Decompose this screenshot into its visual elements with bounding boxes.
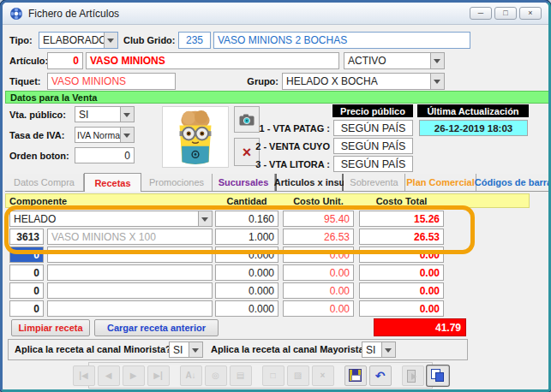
maximize-button[interactable]: □ — [494, 7, 517, 20]
tab-codigos-de-barra[interactable]: Códigos de barra — [476, 174, 551, 191]
window-controls: ─ □ × — [470, 7, 542, 20]
undo-arrow-icon: ↶ — [375, 369, 386, 383]
next-record-button[interactable]: ▶ — [123, 365, 145, 386]
grupo-dropdown[interactable]: HELADO X BOCHA — [282, 73, 445, 90]
component-code-input[interactable]: 3613 — [9, 229, 44, 245]
first-record-icon: |◀ — [79, 371, 88, 380]
tab-datos-compra[interactable]: Datos Compra — [5, 174, 84, 191]
tab-label: Articulos x insu — [274, 177, 345, 187]
tiquet-label: Tiquet: — [9, 76, 40, 86]
total-cost-field: 0.00 — [359, 282, 444, 299]
component-desc-input[interactable]: VASO MINIONS X 100 — [47, 229, 213, 245]
minorista-dropdown[interactable]: SI — [169, 342, 203, 358]
close-button[interactable]: × — [519, 7, 542, 20]
quantity-input[interactable]: 0.000 — [215, 282, 278, 299]
edit-record-button[interactable]: ▨ — [287, 365, 309, 386]
total-cost-field: 26.53 — [359, 229, 444, 245]
copy-article-icon — [431, 369, 444, 382]
component-desc-input[interactable] — [47, 246, 213, 263]
tipo-dropdown[interactable]: ELABORADO — [39, 32, 118, 49]
previous-record-icon: ◀ — [105, 371, 112, 380]
print-button[interactable]: ▤ — [230, 365, 252, 386]
club-grido-code-field[interactable]: 235 — [178, 32, 211, 49]
tab-plan-comercial[interactable]: Plan Comercial — [405, 174, 476, 191]
orden-boton-label: Orden boton: — [9, 151, 69, 161]
articulo-name-field[interactable]: VASO MINIONS — [86, 52, 339, 69]
mayorista-value: SI — [366, 344, 375, 356]
component-code-input[interactable]: 0 — [9, 282, 44, 299]
price-value-field[interactable]: SEGÚN PAÍS — [333, 156, 413, 172]
component-code-input[interactable]: 0 — [9, 264, 44, 281]
window-title: Fichero de Artículos — [28, 8, 119, 20]
quantity-input[interactable]: 0.000 — [215, 264, 278, 281]
search-button[interactable]: ◎ — [205, 365, 227, 386]
floppy-disk-icon — [349, 369, 362, 382]
tab-sucursales[interactable]: Sucursales — [213, 174, 275, 191]
cargar-receta-anterior-button[interactable]: Cargar receta anterior — [94, 319, 219, 336]
tipo-label: Tipo: — [9, 35, 33, 45]
undo-button[interactable]: ↶ — [369, 365, 392, 386]
venta-section-header: Datos para la Venta — [5, 91, 551, 104]
printer-icon: ▤ — [237, 371, 244, 380]
unit-cost-field[interactable]: 95.40 — [283, 211, 354, 227]
col-componente: Componente — [9, 196, 67, 206]
club-grido-label: Club Grido: — [123, 35, 176, 45]
component-desc-input[interactable] — [47, 264, 213, 281]
save-button[interactable] — [344, 365, 367, 386]
quantity-input[interactable]: 0.160 — [215, 211, 278, 227]
mayorista-dropdown[interactable]: SI — [362, 342, 396, 358]
tab-promociones[interactable]: Promociones — [141, 174, 213, 191]
copy-article-button[interactable] — [427, 365, 449, 386]
product-image — [162, 106, 229, 168]
ultima-actualizacion-value: 26-12-2019 18:03 — [419, 120, 528, 136]
vta-publico-dropdown[interactable]: SI — [75, 106, 135, 122]
quantity-input[interactable]: 1.000 — [215, 229, 278, 245]
tab-label: Promociones — [149, 177, 204, 187]
price-value-field[interactable]: SEGÚN PAÍS — [333, 120, 413, 136]
quantity-input[interactable]: 0.000 — [215, 246, 278, 263]
tab-recetas[interactable]: Recetas — [84, 173, 141, 192]
tasa-iva-label: Tasa de IVA: — [9, 130, 64, 140]
unit-cost-field[interactable]: 0.00 — [283, 300, 354, 317]
tab-sobreventa[interactable]: Sobreventa — [344, 174, 405, 191]
club-grido-name-field[interactable]: VASO MINIONS 2 BOCHAS — [213, 32, 470, 49]
toolbar: |◀◀▶▶|A↓◎▤□▨×↶ — [88, 362, 433, 389]
col-cantidad: Cantidad — [215, 196, 278, 206]
unit-cost-field[interactable]: 26.53 — [283, 229, 354, 245]
limpiar-receta-button[interactable]: Limpiar receta — [11, 319, 90, 336]
next-record-icon: ▶ — [130, 371, 137, 380]
new-record-button[interactable]: □ — [262, 365, 284, 386]
col-costo-unit: Costo Unit. — [283, 196, 354, 206]
tipo-value: ELABORADO — [43, 34, 107, 46]
component-desc-input[interactable] — [47, 282, 213, 299]
tab-articulos-x-insu[interactable]: Articulos x insu — [275, 174, 344, 191]
previous-record-button[interactable]: ◀ — [98, 365, 120, 386]
minorista-label: Aplica la receta al canal Minorista? — [15, 344, 171, 354]
edit-pad-icon: ▨ — [294, 371, 302, 380]
price-row-label: 2 - VENTA CUYO — [247, 141, 330, 151]
orden-boton-field[interactable]: 0 — [75, 147, 135, 163]
last-record-button[interactable]: ▶| — [147, 365, 170, 386]
first-record-button[interactable]: |◀ — [73, 365, 95, 386]
unit-cost-field[interactable]: 0.00 — [283, 282, 354, 299]
delete-record-button[interactable]: × — [312, 365, 334, 386]
component-code-input[interactable]: 0 — [9, 246, 44, 263]
estado-dropdown[interactable]: ACTIVO — [344, 52, 445, 69]
exit-button[interactable] — [402, 365, 424, 386]
tiquet-field[interactable]: VASO MINIONS — [47, 73, 176, 90]
component-desc-input[interactable] — [47, 300, 213, 317]
tasa-iva-dropdown[interactable]: IVA Normal — [75, 127, 135, 143]
close-icon: × — [528, 9, 532, 17]
component-code-input[interactable]: 0 — [9, 300, 44, 317]
sort-button[interactable]: A↓ — [180, 365, 202, 386]
articulo-code-field[interactable]: 0 — [47, 52, 83, 69]
tab-label: Datos Compra — [14, 177, 75, 187]
component-dropdown[interactable]: HELADO — [9, 211, 213, 227]
unit-cost-field[interactable]: 0.00 — [283, 246, 354, 263]
unit-cost-field[interactable]: 0.00 — [283, 264, 354, 281]
price-value-field[interactable]: SEGÚN PAÍS — [333, 138, 413, 154]
articulo-label: Artículo: — [9, 56, 48, 66]
minimize-button[interactable]: ─ — [470, 7, 492, 20]
app-icon — [9, 7, 23, 21]
quantity-input[interactable]: 0.000 — [215, 300, 278, 317]
